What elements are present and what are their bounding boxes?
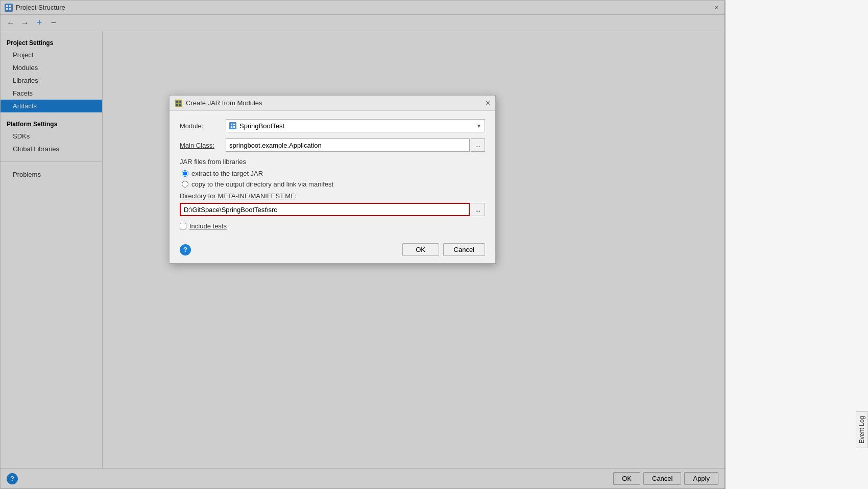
dropdown-arrow-icon: ▼ [476, 123, 481, 129]
svg-rect-9 [231, 124, 232, 125]
main-class-row: Main Class: ... [180, 138, 485, 152]
directory-input[interactable] [180, 203, 470, 216]
include-tests-row: Include tests [180, 222, 485, 230]
svg-rect-12 [233, 126, 235, 128]
svg-rect-8 [179, 104, 181, 106]
radio-copy-label: copy to the output directory and link vi… [191, 180, 333, 188]
radio-extract-row: extract to the target JAR [180, 170, 485, 177]
dialog-ok-button[interactable]: OK [402, 243, 439, 256]
dialog-help-button[interactable]: ? [180, 244, 191, 255]
dialog-title-left: Create JAR from Modules [175, 99, 262, 107]
directory-section: Directory for META-INF/MANIFEST.MF: ... [180, 192, 485, 216]
dialog-close-button[interactable]: × [486, 99, 490, 107]
svg-rect-11 [231, 126, 232, 128]
main-class-browse-button[interactable]: ... [471, 138, 485, 152]
module-icon [229, 122, 236, 129]
dialog-title-icon [175, 99, 183, 107]
dialog-title-bar: Create JAR from Modules × [170, 96, 495, 111]
dialog-cancel-button[interactable]: Cancel [443, 243, 485, 256]
dialog-title-text: Create JAR from Modules [186, 99, 262, 107]
event-log-tab[interactable]: Event Log [856, 411, 868, 448]
dialog-btn-group: OK Cancel [402, 243, 485, 256]
dialog-content: Module: SpringBootTest [170, 111, 495, 238]
module-row: Module: SpringBootTest [180, 119, 485, 132]
main-class-input-row: ... [226, 138, 485, 152]
dialog-overlay: Create JAR from Modules × Module: [1, 1, 726, 489]
include-tests-label: Include tests [189, 222, 227, 230]
directory-input-row: ... [180, 203, 485, 216]
right-panel: Event Log [725, 0, 868, 489]
include-tests-checkbox[interactable] [180, 223, 186, 229]
svg-rect-7 [176, 104, 178, 106]
directory-label-text: Directory for META-INF/MANIFEST.MF: [180, 192, 297, 200]
module-dropdown[interactable]: SpringBootTest ▼ [226, 119, 485, 132]
project-structure-window: Project Structure × ← → + − Project Sett… [0, 0, 725, 489]
radio-extract-label: extract to the target JAR [191, 170, 263, 177]
radio-extract[interactable] [182, 170, 188, 177]
radio-copy[interactable] [182, 181, 188, 188]
main-class-label: Main Class: [180, 142, 226, 149]
directory-browse-button[interactable]: ... [471, 203, 485, 216]
radio-copy-row: copy to the output directory and link vi… [180, 180, 485, 188]
svg-rect-5 [176, 101, 178, 103]
module-label: Module: [180, 122, 226, 130]
svg-rect-10 [233, 124, 235, 125]
create-jar-dialog: Create JAR from Modules × Module: [169, 95, 496, 264]
module-dropdown-left: SpringBootTest [229, 122, 284, 130]
main-class-input[interactable] [226, 138, 470, 152]
dialog-buttons: ? OK Cancel [170, 238, 495, 263]
svg-rect-6 [179, 101, 181, 103]
directory-label: Directory for META-INF/MANIFEST.MF: [180, 192, 485, 200]
jar-files-label: JAR files from libraries [180, 158, 485, 166]
module-value: SpringBootTest [239, 122, 284, 130]
